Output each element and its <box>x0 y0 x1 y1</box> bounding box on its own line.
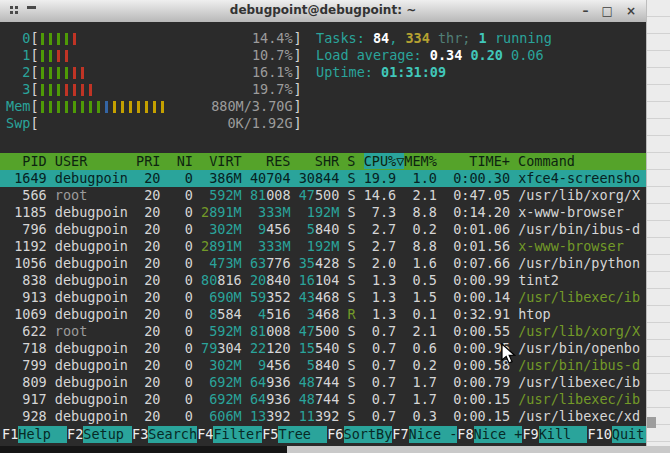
meter-tick <box>145 101 148 113</box>
meter-open-bracket: [ <box>30 81 38 98</box>
meter-open-bracket: [ <box>30 64 38 81</box>
process-row[interactable]: 1649 debugpoin 20 0 386M 40704 30844 S 1… <box>0 170 646 187</box>
meter-tick <box>73 33 76 45</box>
meter-open-bracket: [ <box>30 47 38 64</box>
process-row[interactable]: 1192 debugpoin 20 0 2891M 333M 192M S 2.… <box>0 238 646 255</box>
process-row[interactable]: 1185 debugpoin 20 0 2891M 333M 192M S 7.… <box>0 204 646 221</box>
fkey-label: Tree <box>278 426 327 443</box>
meter-tick <box>65 50 68 62</box>
meter-tick <box>81 67 84 79</box>
meter-tick <box>121 101 124 113</box>
meter-tick <box>97 101 100 113</box>
meter-tick <box>57 84 60 96</box>
process-row[interactable]: 1069 debugpoin 20 0 8584 4516 3468 R 1.3… <box>0 306 646 323</box>
meter-tick <box>105 101 108 113</box>
fkey-search[interactable]: F3Search <box>132 426 197 443</box>
meter-open-bracket: [ <box>30 30 38 47</box>
meter-bar: 0K/1.92G <box>39 115 294 132</box>
fkey-setup[interactable]: F2Setup <box>67 426 132 443</box>
meter-tick <box>57 67 60 79</box>
meter-bar: 880M/3.70G <box>39 98 294 115</box>
function-key-bar: F1Help F2Setup F3SearchF4FilterF5Tree F6… <box>0 426 646 443</box>
fkey-filter[interactable]: F4Filter <box>197 426 262 443</box>
process-row[interactable]: 1056 debugpoin 20 0 473M 63776 35428 S 2… <box>0 255 646 272</box>
load-1min: 0.34 <box>430 47 463 63</box>
minimize-icon[interactable]: – <box>583 2 589 20</box>
meter-value: 14.4% <box>252 30 293 47</box>
fkey-key: F6 <box>327 426 343 443</box>
meter-tick <box>113 101 116 113</box>
fkey-label: Kill <box>539 426 588 443</box>
close-icon[interactable]: × <box>626 2 636 20</box>
fkey-key: F1 <box>2 426 18 443</box>
process-row[interactable]: 796 debugpoin 20 0 302M 9456 5840 S 2.7 … <box>0 221 646 238</box>
process-row[interactable]: 799 debugpoin 20 0 302M 9456 5840 S 0.7 … <box>0 357 646 374</box>
fkey-nice-[interactable]: F7Nice - <box>392 426 457 443</box>
process-row[interactable]: 913 debugpoin 20 0 690M 59352 43468 S 1.… <box>0 289 646 306</box>
fkey-key: F4 <box>197 426 213 443</box>
meter-tick <box>153 101 156 113</box>
process-row[interactable]: 809 debugpoin 20 0 692M 64936 48744 S 0.… <box>0 374 646 391</box>
fkey-help[interactable]: F1Help <box>2 426 67 443</box>
running-label: running <box>487 30 552 46</box>
fkey-sortby[interactable]: F6SortBy <box>327 426 392 443</box>
fkey-key: F3 <box>132 426 148 443</box>
meter-close-bracket: ] <box>294 98 302 115</box>
fkey-label: Search <box>148 426 197 443</box>
fkey-nice-[interactable]: F8Nice + <box>457 426 522 443</box>
meter-tick <box>81 84 84 96</box>
terminal-window: debugpoint@debugpoint: ~ – □ × 0[14.4%]1… <box>0 0 646 446</box>
fkey-kill[interactable]: F9Kill <box>522 426 587 443</box>
meter-label: Mem <box>6 98 30 115</box>
meter-close-bracket: ] <box>294 47 302 64</box>
fkey-tree[interactable]: F5Tree <box>262 426 327 443</box>
load-5min: 0.20 <box>470 47 503 63</box>
meter-tick <box>57 101 60 113</box>
meter-value: 880M/3.70G <box>211 98 292 115</box>
meter-label: 0 <box>6 30 30 47</box>
meter-bar: 16.1% <box>39 64 294 81</box>
meter-tick <box>41 67 44 79</box>
background-window-strip <box>646 0 670 453</box>
process-row[interactable]: 566 root 20 0 592M 81008 47500 S 14.6 2.… <box>0 187 646 204</box>
process-row[interactable]: 928 debugpoin 20 0 606M 13392 11392 S 0.… <box>0 408 646 425</box>
meter-tick <box>73 101 76 113</box>
cpu-meter-1: 1[10.7%] <box>6 47 302 64</box>
meter-tick <box>57 33 60 45</box>
meter-tick <box>49 84 52 96</box>
window-bottom-border <box>0 446 287 453</box>
process-row[interactable]: 718 debugpoin 20 0 79304 22120 15540 S 0… <box>0 340 646 357</box>
maximize-icon[interactable]: □ <box>602 2 613 20</box>
uptime-line: Uptime: 01:31:09 <box>316 64 552 81</box>
sort-column-header[interactable]: CPU%▽ <box>364 153 405 169</box>
fkey-label: Quit <box>612 426 646 443</box>
space <box>503 47 511 63</box>
process-row[interactable]: 917 debugpoin 20 0 692M 64936 48744 S 0.… <box>0 391 646 408</box>
background-scroll-thumb[interactable] <box>647 417 656 428</box>
fkey-quit[interactable]: F10Quit <box>587 426 646 443</box>
column-header: MEM% TIME+ Command <box>404 153 575 169</box>
fkey-key: F5 <box>262 426 278 443</box>
fkey-key: F8 <box>457 426 473 443</box>
process-row[interactable]: 838 debugpoin 20 0 80816 20840 16104 S 1… <box>0 272 646 289</box>
fkey-key: F2 <box>67 426 83 443</box>
window-titlebar[interactable]: debugpoint@debugpoint: ~ – □ × <box>0 0 646 23</box>
tasks-line: Tasks: 84, 334 thr; 1 running <box>316 30 552 47</box>
meter-tick <box>89 84 92 96</box>
tasks-separator: , <box>389 30 405 46</box>
tasks-label: Tasks: <box>316 30 373 46</box>
meter-value: 0K/1.92G <box>227 115 292 132</box>
meter-bar: 19.7% <box>39 81 294 98</box>
process-row[interactable]: 622 root 20 0 592M 81008 47500 S 0.7 2.1… <box>0 323 646 340</box>
fkey-label: Setup <box>83 426 132 443</box>
running-count: 1 <box>479 30 487 46</box>
process-rows: 1649 debugpoin 20 0 386M 40704 30844 S 1… <box>0 170 646 425</box>
table-header[interactable]: PID USER PRI NI VIRT RES SHR S CPU%▽MEM%… <box>0 153 646 170</box>
meter-tick <box>73 84 76 96</box>
meter-tick <box>41 101 44 113</box>
window-title: debugpoint@debugpoint: ~ <box>0 3 646 17</box>
uptime-label: Uptime: <box>316 64 381 80</box>
meter-value: 19.7% <box>252 81 293 98</box>
meter-tick <box>41 50 44 62</box>
cpu-meter-0: 0[14.4%] <box>6 30 302 47</box>
